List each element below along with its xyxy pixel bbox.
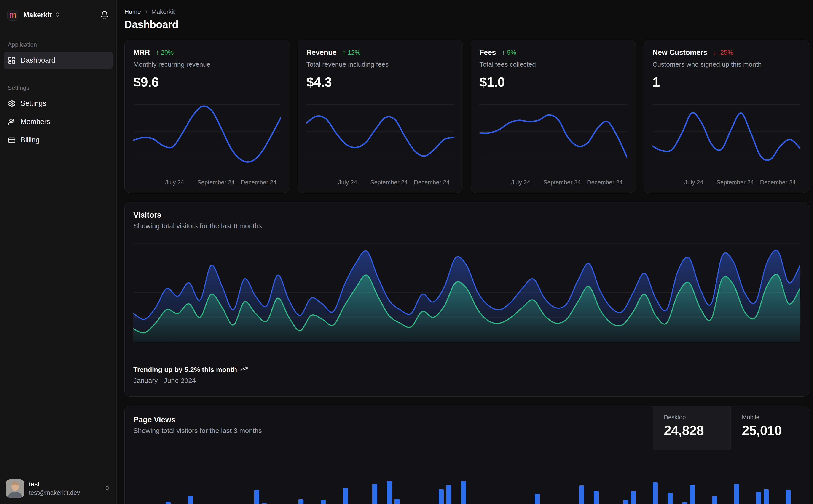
breadcrumb-home-link[interactable]: Home	[124, 8, 141, 16]
bar	[579, 485, 584, 504]
trend-badge: 20%	[156, 49, 173, 56]
sidebar-item-dashboard[interactable]: Dashboard	[4, 52, 113, 69]
toggle-desktop[interactable]: Desktop 24,828	[653, 406, 731, 450]
visitors-card: Visitors Showing total visitors for the …	[124, 202, 809, 397]
toggle-value: 24,828	[664, 423, 731, 438]
sparkline-chart	[307, 98, 454, 174]
breadcrumb: Home Makerkit	[124, 9, 809, 15]
stat-description: Total fees collected	[480, 61, 627, 68]
gear-icon	[8, 100, 16, 107]
bar	[653, 482, 658, 504]
trend-badge: -25%	[713, 49, 733, 56]
page-title: Dashboard	[124, 18, 809, 31]
bar	[756, 492, 761, 504]
breadcrumb-current: Makerkit	[151, 8, 175, 16]
stat-cards-row: MRR 20% Monthly recurring revenue $9.6 J…	[124, 40, 809, 193]
bell-icon[interactable]	[100, 11, 109, 20]
sidebar: m Makerkit Application Dashboard Setting…	[0, 0, 117, 504]
page-views-title: Page Views	[133, 415, 644, 424]
dashboard-icon	[8, 56, 16, 64]
arrow-up-icon	[156, 49, 159, 56]
stat-card-new-customers: New Customers -25% Customers who signed …	[644, 40, 809, 193]
avatar	[6, 479, 24, 498]
makerkit-logo: m	[7, 10, 18, 21]
bar	[387, 481, 392, 504]
bar	[461, 481, 466, 504]
bar	[594, 491, 599, 504]
bar	[623, 500, 628, 504]
sidebar-item-members[interactable]: Members	[4, 113, 113, 130]
x-axis-labels: July 24September 24December 24	[307, 176, 454, 187]
sidebar-item-billing[interactable]: Billing	[4, 132, 113, 149]
bar	[254, 490, 259, 504]
page-views-subtitle: Showing total visitors for the last 3 mo…	[133, 427, 644, 435]
sidebar-item-label: Settings	[21, 99, 46, 108]
x-axis-labels: July 24September 24December 24	[653, 176, 800, 187]
visitors-title: Visitors	[133, 210, 800, 219]
sparkline-chart	[133, 98, 281, 174]
bar	[372, 484, 377, 504]
stat-value: $9.6	[133, 74, 281, 90]
toggle-mobile[interactable]: Mobile 25,010	[731, 406, 809, 450]
stat-description: Total revenue including fees	[307, 61, 454, 68]
visitors-footer: Trending up by 5.2% this month January -…	[133, 365, 800, 385]
bar	[262, 503, 267, 504]
bar	[683, 502, 688, 504]
x-axis-labels: July 24September 24December 24	[133, 176, 281, 187]
bar	[786, 490, 791, 504]
toggle-value: 25,010	[742, 423, 809, 438]
visitors-area-chart	[133, 243, 800, 342]
bar	[439, 489, 444, 504]
bar	[446, 485, 451, 504]
toggle-label: Desktop	[664, 414, 731, 421]
workspace-selector[interactable]: m Makerkit	[4, 7, 113, 23]
visitors-subtitle: Showing total visitors for the last 6 mo…	[133, 222, 800, 230]
credit-card-icon	[8, 136, 16, 144]
bar	[690, 485, 695, 504]
arrow-down-icon	[713, 49, 717, 56]
bar	[631, 491, 636, 504]
user-email: test@makerkit.dev	[29, 489, 80, 496]
trend-badge: 9%	[502, 49, 516, 56]
app-root: m Makerkit Application Dashboard Setting…	[0, 0, 813, 504]
arrow-up-icon	[343, 49, 346, 56]
sparkline-chart	[653, 98, 800, 174]
bar	[395, 499, 400, 504]
stat-title: MRR	[133, 48, 150, 57]
page-views-card: Page Views Showing total visitors for th…	[124, 406, 809, 504]
bar	[299, 499, 304, 504]
bar	[321, 500, 326, 504]
bar	[668, 493, 673, 504]
workspace-name: Makerkit	[23, 11, 52, 19]
sparkline-chart	[480, 98, 627, 174]
stat-card-mrr: MRR 20% Monthly recurring revenue $9.6 J…	[124, 40, 290, 193]
trending-up-icon	[241, 365, 248, 374]
stat-card-fees: Fees 9% Total fees collected $1.0 July 2…	[471, 40, 636, 193]
users-icon	[8, 118, 16, 126]
stat-title: Fees	[480, 48, 496, 57]
stat-description: Customers who signed up this month	[653, 61, 800, 68]
stat-value: $1.0	[480, 74, 627, 90]
x-axis-labels: July 24September 24December 24	[480, 176, 627, 187]
chevrons-up-down-icon	[54, 12, 60, 19]
stat-card-revenue: Revenue 12% Total revenue including fees…	[298, 40, 463, 193]
page-views-bar-chart	[136, 451, 800, 504]
chevrons-up-down-icon	[104, 485, 110, 492]
sidebar-item-settings[interactable]: Settings	[4, 95, 113, 112]
sidebar-item-label: Billing	[21, 136, 40, 144]
stat-value: 1	[653, 74, 800, 90]
bar	[734, 484, 739, 504]
user-menu[interactable]: test test@makerkit.dev	[4, 479, 113, 498]
bar	[165, 502, 170, 504]
chevron-right-icon	[144, 9, 149, 14]
stat-value: $4.3	[307, 74, 454, 90]
sidebar-section-application: Application	[8, 41, 113, 48]
bar	[535, 494, 540, 504]
sidebar-item-label: Members	[21, 118, 50, 126]
logo-letter: m	[9, 11, 16, 19]
visitors-trend-text: Trending up by 5.2% this month	[133, 366, 237, 374]
user-meta: test test@makerkit.dev	[29, 480, 80, 496]
visitors-date-range: January - June 2024	[133, 377, 800, 385]
main-content: Home Makerkit Dashboard MRR 20% Monthly …	[117, 0, 813, 504]
arrow-up-icon	[502, 49, 505, 56]
